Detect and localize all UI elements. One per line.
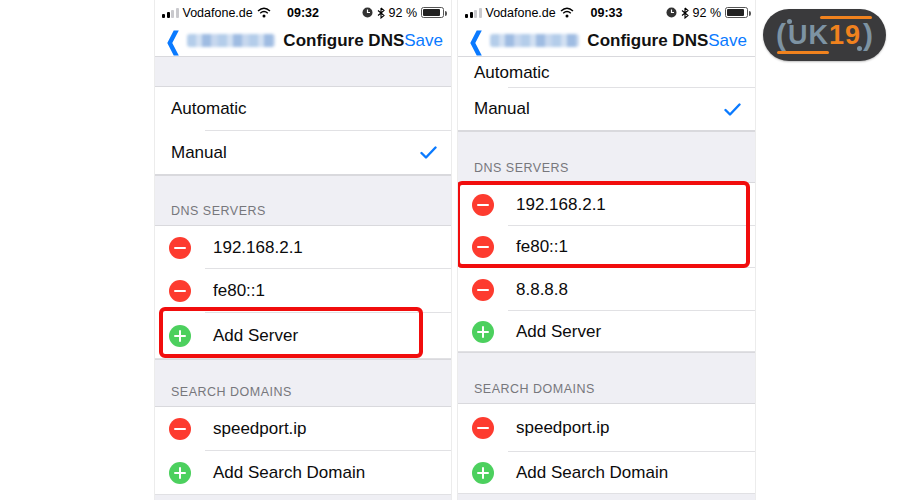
option-label: Manual xyxy=(171,143,227,163)
dns-server-value: 192.168.2.1 xyxy=(516,195,606,215)
site-logo: ( UK 19 ) xyxy=(763,9,886,61)
page-title: Configure DNS xyxy=(587,31,708,51)
dns-server-row[interactable]: 192.168.2.1 xyxy=(155,226,451,269)
option-row-manual[interactable]: Manual xyxy=(458,88,755,131)
wifi-icon xyxy=(257,7,271,18)
blurred-network-name[interactable] xyxy=(187,34,275,47)
remove-domain-button[interactable] xyxy=(169,418,191,440)
dns-server-row[interactable]: fe80::1 xyxy=(155,269,451,313)
logo-decor-dot xyxy=(857,46,862,51)
add-search-domain-button[interactable] xyxy=(472,462,494,484)
add-server-label: Add Server xyxy=(213,326,298,346)
alarm-icon xyxy=(666,7,677,18)
add-server-button[interactable] xyxy=(169,325,191,347)
remove-server-button[interactable] xyxy=(472,194,494,216)
logo-decor-bar xyxy=(777,51,829,54)
page-title: Configure DNS xyxy=(283,31,404,51)
back-button[interactable]: ❮ xyxy=(468,28,484,54)
logo-decor-dot xyxy=(787,19,792,24)
option-label: Automatic xyxy=(171,99,247,119)
checkmark-icon xyxy=(724,103,741,116)
remove-server-button[interactable] xyxy=(472,279,494,301)
blurred-network-name[interactable] xyxy=(490,34,579,47)
option-row-manual[interactable]: Manual xyxy=(155,131,451,175)
add-search-domain-row[interactable]: Add Search Domain xyxy=(155,451,451,495)
option-label: Manual xyxy=(474,99,530,119)
phone-screenshot-left: Vodafone.de 09:32 92 % ❮ Configure DNS xyxy=(155,0,451,500)
alarm-icon xyxy=(362,7,373,18)
section-gap xyxy=(155,495,451,500)
cell-signal-icon xyxy=(465,8,482,18)
remove-server-button[interactable] xyxy=(169,280,191,302)
clock-label: 09:32 xyxy=(287,6,319,20)
save-button[interactable]: Save xyxy=(404,31,443,51)
add-search-domain-button[interactable] xyxy=(169,462,191,484)
bluetooth-icon xyxy=(377,7,385,19)
search-domain-row[interactable]: speedport.ip xyxy=(458,404,755,452)
dns-server-row[interactable]: 192.168.2.1 xyxy=(458,183,755,226)
battery-percent-label: 92 % xyxy=(693,6,722,20)
clock-label: 09:33 xyxy=(591,6,623,20)
dns-servers-header: DNS SERVERS xyxy=(155,175,451,226)
logo-text-orange: 19 xyxy=(829,20,861,51)
back-button[interactable]: ❮ xyxy=(165,28,181,54)
wifi-icon xyxy=(560,7,574,18)
add-search-domain-row[interactable]: Add Search Domain xyxy=(458,452,755,494)
carrier-label: Vodafone.de xyxy=(183,6,253,20)
option-row-automatic[interactable]: Automatic xyxy=(458,57,755,88)
nav-bar: ❮ Configure DNS Save xyxy=(458,25,755,57)
dns-server-value: fe80::1 xyxy=(516,237,568,257)
dns-server-value: 192.168.2.1 xyxy=(213,238,303,258)
search-domain-row[interactable]: speedport.ip xyxy=(155,407,451,451)
search-domain-value: speedport.ip xyxy=(213,419,307,439)
screenshot-canvas: Vodafone.de 09:32 92 % ❮ Configure DNS xyxy=(0,0,900,500)
logo-paren-right: ) xyxy=(863,20,873,50)
remove-server-button[interactable] xyxy=(472,236,494,258)
add-server-row[interactable]: Add Server xyxy=(458,311,755,352)
add-search-domain-label: Add Search Domain xyxy=(516,463,668,483)
logo-decor-bar xyxy=(820,16,872,19)
remove-server-button[interactable] xyxy=(169,237,191,259)
status-bar: Vodafone.de 09:33 92 % xyxy=(458,0,755,25)
add-server-label: Add Server xyxy=(516,322,601,342)
remove-domain-button[interactable] xyxy=(472,417,494,439)
add-server-button[interactable] xyxy=(472,321,494,343)
checkmark-icon xyxy=(420,146,437,159)
dns-server-row[interactable]: 8.8.8.8 xyxy=(458,268,755,311)
dns-server-value: 8.8.8.8 xyxy=(516,280,568,300)
battery-icon xyxy=(421,7,444,18)
section-gap xyxy=(458,494,755,500)
nav-bar: ❮ Configure DNS Save xyxy=(155,25,451,57)
search-domain-value: speedport.ip xyxy=(516,418,610,438)
logo-text-gray: UK xyxy=(788,20,829,51)
status-bar: Vodafone.de 09:32 92 % xyxy=(155,0,451,25)
cell-signal-icon xyxy=(162,8,179,18)
save-button[interactable]: Save xyxy=(708,31,747,51)
dns-server-row[interactable]: fe80::1 xyxy=(458,226,755,268)
add-search-domain-label: Add Search Domain xyxy=(213,463,365,483)
dns-server-value: fe80::1 xyxy=(213,281,265,301)
option-row-automatic[interactable]: Automatic xyxy=(155,87,451,131)
section-gap xyxy=(155,57,451,87)
add-server-row[interactable]: Add Server xyxy=(155,313,451,359)
search-domains-header: SEARCH DOMAINS xyxy=(155,359,451,407)
logo-paren-left: ( xyxy=(776,20,786,50)
search-domains-header: SEARCH DOMAINS xyxy=(458,352,755,404)
carrier-label: Vodafone.de xyxy=(486,6,556,20)
phone-screenshot-right: Vodafone.de 09:33 92 % ❮ Configure DNS xyxy=(458,0,755,500)
option-label: Automatic xyxy=(474,63,550,83)
bluetooth-icon xyxy=(681,7,689,19)
battery-icon xyxy=(725,7,748,18)
dns-servers-header: DNS SERVERS xyxy=(458,131,755,183)
battery-percent-label: 92 % xyxy=(389,6,418,20)
